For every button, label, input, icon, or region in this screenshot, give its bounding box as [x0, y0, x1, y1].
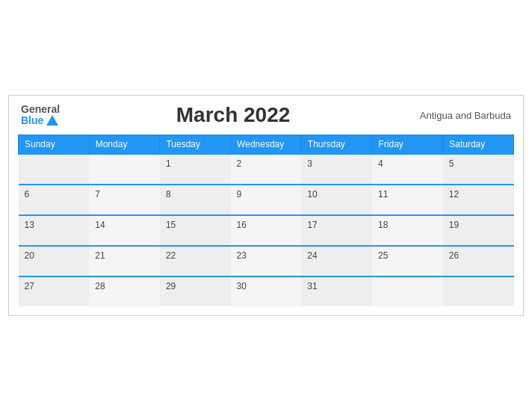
week-row-3: 13141516171819 [19, 215, 514, 246]
calendar-header: General Blue March 2022 Antigua and Barb… [18, 103, 514, 127]
calendar-cell: 31 [301, 276, 372, 306]
calendar-title: March 2022 [60, 103, 406, 127]
calendar-cell [443, 276, 514, 306]
day-number: 3 [307, 158, 312, 169]
calendar-cell: 9 [231, 185, 302, 215]
day-number: 25 [378, 250, 388, 261]
calendar-cell: 29 [160, 276, 231, 306]
day-number: 19 [449, 220, 459, 230]
day-number: 7 [95, 189, 100, 200]
weekday-header-saturday: Saturday [443, 135, 514, 155]
calendar-cell [19, 154, 90, 185]
day-number: 6 [25, 189, 30, 200]
calendar-cell [89, 154, 160, 185]
weekday-header-monday: Monday [89, 135, 160, 155]
calendar-cell: 3 [301, 154, 372, 185]
calendar-cell: 18 [372, 215, 443, 246]
calendar-cell: 8 [160, 185, 231, 215]
weekday-header-row: SundayMondayTuesdayWednesdayThursdayFrid… [19, 135, 514, 155]
weekday-header-wednesday: Wednesday [231, 135, 302, 155]
calendar-cell: 4 [372, 154, 443, 185]
day-number: 18 [378, 220, 388, 230]
calendar-cell: 2 [231, 154, 302, 185]
calendar-cell: 22 [160, 246, 231, 276]
calendar-container: General Blue March 2022 Antigua and Barb… [8, 95, 524, 316]
day-number: 13 [25, 220, 34, 230]
day-number: 5 [449, 158, 454, 169]
weekday-header-friday: Friday [372, 135, 443, 155]
calendar-cell: 15 [160, 215, 231, 246]
day-number: 17 [307, 220, 317, 230]
calendar-cell: 27 [19, 276, 90, 306]
day-number: 26 [449, 250, 459, 261]
day-number: 12 [449, 189, 459, 200]
day-number: 11 [378, 189, 388, 200]
day-number: 4 [378, 158, 383, 169]
day-number: 20 [25, 250, 34, 261]
day-number: 14 [95, 220, 105, 230]
day-number: 16 [237, 220, 247, 230]
day-number: 24 [307, 250, 317, 261]
week-row-4: 20212223242526 [19, 246, 514, 276]
calendar-cell: 19 [443, 215, 514, 246]
calendar-cell: 23 [231, 246, 302, 276]
day-number: 30 [237, 281, 247, 291]
logo-blue-text: Blue [21, 115, 58, 126]
day-number: 31 [307, 281, 317, 291]
calendar-cell: 1 [160, 154, 231, 185]
calendar-cell: 24 [301, 246, 372, 276]
calendar-cell: 20 [19, 246, 90, 276]
week-row-5: 2728293031 [19, 276, 514, 306]
weekday-header-tuesday: Tuesday [160, 135, 231, 155]
calendar-cell: 13 [19, 215, 90, 246]
day-number: 2 [237, 158, 242, 169]
calendar-cell [372, 276, 443, 306]
calendar-region: Antigua and Barbuda [406, 110, 511, 121]
calendar-cell: 26 [443, 246, 514, 276]
calendar-cell: 21 [89, 246, 160, 276]
day-number: 22 [166, 250, 176, 261]
week-row-1: 12345 [19, 154, 514, 185]
weekday-header-sunday: Sunday [19, 135, 90, 155]
weekday-header-thursday: Thursday [301, 135, 372, 155]
day-number: 21 [95, 250, 105, 261]
day-number: 8 [166, 189, 171, 200]
calendar-cell: 16 [231, 215, 302, 246]
calendar-cell: 25 [372, 246, 443, 276]
calendar-cell: 10 [301, 185, 372, 215]
calendar-cell: 14 [89, 215, 160, 246]
week-row-2: 6789101112 [19, 185, 514, 215]
day-number: 15 [166, 220, 176, 230]
calendar-cell: 6 [19, 185, 90, 215]
day-number: 1 [166, 158, 171, 169]
day-number: 9 [237, 189, 242, 200]
day-number: 27 [25, 281, 34, 291]
logo: General Blue [21, 104, 60, 127]
calendar-grid: SundayMondayTuesdayWednesdayThursdayFrid… [18, 135, 514, 306]
calendar-cell: 7 [89, 185, 160, 215]
calendar-cell: 12 [443, 185, 514, 215]
day-number: 28 [95, 281, 105, 291]
calendar-cell: 11 [372, 185, 443, 215]
day-number: 29 [166, 281, 176, 291]
logo-triangle-icon [46, 115, 58, 126]
day-number: 23 [237, 250, 247, 261]
calendar-cell: 17 [301, 215, 372, 246]
day-number: 10 [307, 189, 317, 200]
calendar-cell: 28 [89, 276, 160, 306]
calendar-cell: 30 [231, 276, 302, 306]
logo-general-text: General [21, 104, 60, 115]
calendar-cell: 5 [443, 154, 514, 185]
